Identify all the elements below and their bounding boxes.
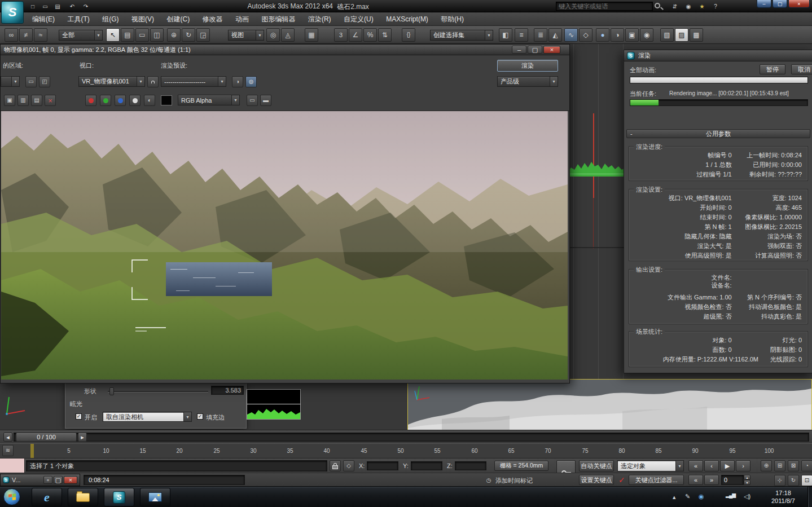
- menu-customize[interactable]: 自定义(U): [339, 12, 379, 26]
- activeshade-icon[interactable]: ▩: [690, 28, 703, 42]
- menu-maxscript[interactable]: MAXScript(M): [381, 12, 433, 26]
- spinner-down-icon[interactable]: ▾: [744, 480, 750, 485]
- window-crossing-icon[interactable]: ◫: [150, 28, 164, 42]
- start-button[interactable]: [3, 488, 20, 505]
- minimize-button[interactable]: –: [757, 0, 771, 8]
- spinner-snap-icon[interactable]: ⇅: [378, 28, 392, 42]
- time-slider-prev-arrow[interactable]: ◂: [3, 433, 12, 442]
- glare-camera-dropdown[interactable]: 取自渲染相机 ▾: [103, 412, 192, 422]
- save-image-icon[interactable]: ▣: [4, 95, 15, 106]
- menu-views[interactable]: 视图(V): [126, 12, 159, 26]
- previous-frame-button[interactable]: ‹: [704, 460, 719, 471]
- field-of-view-icon[interactable]: ◔: [801, 460, 812, 471]
- rect-selection-region-icon[interactable]: ▭: [135, 28, 149, 42]
- save-file-icon[interactable]: ▤: [52, 1, 63, 12]
- auto-region-icon[interactable]: ◰: [39, 76, 50, 87]
- select-and-rotate-icon[interactable]: ↻: [182, 28, 195, 42]
- current-frame-field[interactable]: [721, 475, 744, 485]
- mono-channel-icon[interactable]: [129, 95, 141, 106]
- render-iterative-icon[interactable]: ▨: [675, 28, 688, 42]
- y-coordinate-field[interactable]: [411, 461, 442, 470]
- rfw-minimize-button[interactable]: –: [512, 46, 526, 54]
- menu-modifiers[interactable]: 修改器: [197, 12, 228, 26]
- communication-center-icon[interactable]: ◉: [683, 1, 694, 12]
- undo-icon[interactable]: ↶: [67, 1, 78, 12]
- layer-manager-icon[interactable]: ≣: [534, 28, 547, 42]
- enable-checkbox[interactable]: ✓: [76, 413, 82, 420]
- angle-snap-icon[interactable]: ∠: [349, 28, 362, 42]
- print-image-icon[interactable]: ▤: [31, 95, 42, 106]
- unlink-selection-icon[interactable]: ≠: [19, 28, 33, 42]
- render-mode-dropdown[interactable]: 产品级 ▾: [497, 76, 558, 87]
- spinner-up-icon[interactable]: ▴: [744, 475, 750, 480]
- zoom-extents-icon[interactable]: ⊠: [788, 460, 799, 471]
- taskbar-item-3dsmax[interactable]: S: [104, 488, 134, 506]
- x-coordinate-field[interactable]: [367, 461, 398, 470]
- menu-graph-editors[interactable]: 图形编辑器: [257, 12, 301, 26]
- common-parameters-rollout[interactable]: - 公用参数: [626, 129, 810, 138]
- select-and-link-icon[interactable]: ∞: [5, 28, 18, 42]
- maxscript-mini-listener[interactable]: [0, 458, 25, 473]
- previous-key-button[interactable]: «: [688, 475, 703, 485]
- clone-image-icon[interactable]: ▥: [17, 95, 29, 106]
- exchange-icon[interactable]: ⇵: [669, 1, 681, 12]
- menu-edit[interactable]: 编辑(E): [27, 12, 60, 26]
- green-channel-icon[interactable]: [100, 95, 111, 106]
- mini-window-maximize-button[interactable]: ▢: [54, 476, 63, 484]
- select-and-manipulate-icon[interactable]: ◬: [281, 28, 295, 42]
- zoom-all-icon[interactable]: ⊞: [774, 460, 785, 471]
- rfw-titlebar[interactable]: 物理像机001, 帧 0, 显示 gamma: 2.2, RGBA 颜色 32 …: [1, 45, 569, 55]
- z-coordinate-field[interactable]: [455, 461, 486, 470]
- render-preset-dropdown[interactable]: -------------------- ▾: [161, 76, 226, 87]
- key-filters-button[interactable]: 关键点过滤器...: [629, 475, 684, 485]
- open-mini-curve-editor-icon[interactable]: ≋: [2, 445, 14, 456]
- new-file-icon[interactable]: □: [27, 1, 38, 12]
- select-and-move-icon[interactable]: ⊕: [167, 28, 181, 42]
- environment-icon[interactable]: ◍: [245, 76, 257, 87]
- use-pivot-center-icon[interactable]: ◎: [266, 28, 280, 42]
- snaps-toggle-icon[interactable]: 3: [334, 28, 348, 42]
- dropdown-arrow-icon[interactable]: ▾: [485, 30, 493, 40]
- dropdown-arrow-icon[interactable]: ▾: [11, 77, 19, 86]
- add-time-tag-label[interactable]: 添加时间标记: [495, 477, 533, 485]
- menu-rendering[interactable]: 渲染(R): [303, 12, 336, 26]
- open-file-icon[interactable]: ▭: [39, 1, 51, 12]
- keyboard-shortcut-override-icon[interactable]: ▦: [305, 28, 318, 42]
- dropdown-arrow-icon[interactable]: ▾: [231, 95, 239, 105]
- maximize-button[interactable]: ▢: [773, 0, 787, 8]
- orbit-viewport-icon[interactable]: ↻: [788, 475, 799, 486]
- cancel-button[interactable]: 取消: [791, 64, 812, 74]
- glare-dialog[interactable]: 形状 3.583 眩光 ✓ 开启 取自渲染相机 ▾ ✓ 填充边: [65, 382, 247, 429]
- dropdown-arrow-icon[interactable]: ▾: [183, 412, 191, 421]
- track-bar[interactable]: ≋ 5 10 15 20 25 30 35 40 45 50 55 60 65 …: [0, 443, 812, 458]
- key-mode-dropdown[interactable]: 选定对象 ▾: [617, 460, 684, 471]
- mini-window-close-button[interactable]: ×: [64, 476, 77, 484]
- dropdown-arrow-icon[interactable]: ▾: [550, 77, 558, 86]
- perspective-viewport[interactable]: [407, 379, 812, 431]
- hidden-icons-button[interactable]: ▴: [673, 493, 676, 501]
- rendered-frame-window[interactable]: 物理像机001, 帧 0, 显示 gamma: 2.2, RGBA 颜色 32 …: [0, 44, 570, 383]
- pen-input-icon[interactable]: ✎: [685, 493, 690, 500]
- percent-snap-icon[interactable]: %: [363, 28, 377, 42]
- menu-group[interactable]: 组(G): [97, 12, 124, 26]
- time-slider-next-arrow[interactable]: ▸: [78, 433, 87, 442]
- network-icon[interactable]: ▂▄▆: [726, 492, 735, 498]
- dropdown-arrow-icon[interactable]: ▾: [137, 77, 144, 86]
- bind-to-space-warp-icon[interactable]: ≈: [34, 28, 47, 42]
- curve-editor-icon[interactable]: ∿: [564, 28, 578, 42]
- pause-button[interactable]: 暂停: [760, 64, 785, 74]
- render-setup-icon[interactable]: ◑: [611, 28, 624, 42]
- shape-value-field[interactable]: 3.583: [211, 386, 244, 395]
- dropdown-arrow-icon[interactable]: ▾: [256, 30, 264, 40]
- application-menu-button[interactable]: S: [1, 1, 24, 24]
- selection-lock-icon[interactable]: [330, 460, 341, 471]
- selection-filter-dropdown[interactable]: 全部 ▾: [59, 30, 103, 41]
- viewport-lock-icon[interactable]: [147, 76, 159, 87]
- toggle-ui-overlays-icon[interactable]: ▭: [247, 95, 258, 106]
- set-key-button[interactable]: 设置关键点: [579, 475, 614, 485]
- taskbar-clock[interactable]: 17:18 2011/8/7: [763, 489, 804, 505]
- channel-display-dropdown[interactable]: RGB Alpha ▾: [178, 95, 240, 105]
- go-to-start-button[interactable]: «: [688, 460, 703, 471]
- play-animation-button[interactable]: ▶: [720, 460, 735, 471]
- rollout-collapse-icon[interactable]: -: [630, 130, 633, 138]
